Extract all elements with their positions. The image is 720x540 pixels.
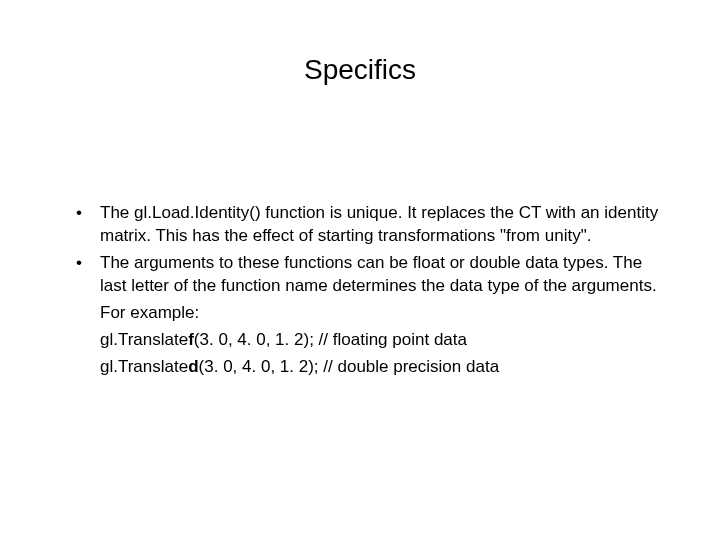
bullet-marker: • — [70, 252, 100, 298]
code-bold: d — [188, 357, 198, 376]
bullet-text: The gl.Load.Identity() function is uniqu… — [100, 202, 660, 248]
slide-body: • The gl.Load.Identity() function is uni… — [70, 202, 660, 383]
code-text: (3. 0, 4. 0, 1. 2); // double precision … — [199, 357, 500, 376]
slide: Specifics • The gl.Load.Identity() funct… — [0, 54, 720, 540]
example-line: gl.Translated(3. 0, 4. 0, 1. 2); // doub… — [100, 356, 660, 379]
code-text: gl.Translate — [100, 357, 188, 376]
example-line: For example: — [100, 302, 660, 325]
example-line: gl.Translatef(3. 0, 4. 0, 1. 2); // floa… — [100, 329, 660, 352]
bullet-item: • The arguments to these functions can b… — [70, 252, 660, 298]
code-text: (3. 0, 4. 0, 1. 2); // floating point da… — [194, 330, 467, 349]
bullet-marker: • — [70, 202, 100, 248]
code-text: gl.Translate — [100, 330, 188, 349]
bullet-item: • The gl.Load.Identity() function is uni… — [70, 202, 660, 248]
slide-title: Specifics — [0, 54, 720, 86]
bullet-text: The arguments to these functions can be … — [100, 252, 660, 298]
